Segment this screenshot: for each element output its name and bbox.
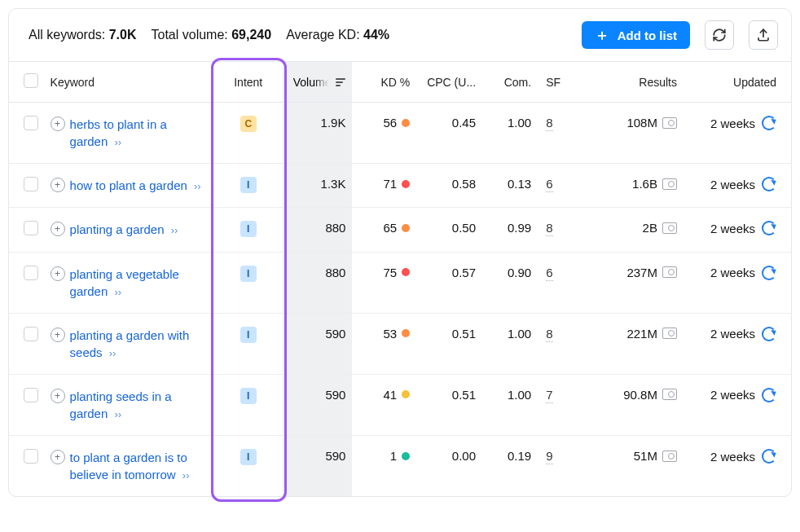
- keyword-link[interactable]: to plant a garden is to believe in tomor…: [70, 449, 208, 483]
- col-header-sf[interactable]: SF: [538, 62, 579, 103]
- volume-value: 590: [283, 436, 352, 497]
- kd-dot-icon: [402, 452, 410, 460]
- sf-value[interactable]: 8: [546, 327, 552, 342]
- sf-value[interactable]: 6: [546, 177, 552, 192]
- serp-icon[interactable]: [662, 266, 677, 278]
- select-all-checkbox[interactable]: [24, 73, 38, 88]
- expand-icon[interactable]: +: [51, 328, 65, 342]
- keyword-link[interactable]: planting a garden with seeds ››: [70, 327, 208, 361]
- keyword-link[interactable]: planting seeds in a garden ››: [70, 388, 208, 422]
- refresh-row-icon[interactable]: [762, 327, 776, 341]
- col-header-kd[interactable]: KD %: [352, 62, 416, 103]
- sf-value[interactable]: 8: [546, 221, 552, 236]
- chevron-right-icon: ››: [114, 408, 121, 420]
- intent-badge: I: [240, 388, 257, 404]
- cpc-value: 0.00: [416, 436, 482, 497]
- serp-icon[interactable]: [662, 222, 677, 234]
- refresh-row-icon[interactable]: [762, 266, 776, 280]
- col-header-cpc[interactable]: CPC (U...: [416, 62, 482, 103]
- expand-icon[interactable]: +: [51, 389, 65, 403]
- kd-dot-icon: [402, 224, 410, 232]
- refresh-row-icon[interactable]: [762, 221, 776, 235]
- col-header-results[interactable]: Results: [579, 62, 684, 103]
- com-value: 1.00: [482, 374, 538, 435]
- expand-icon[interactable]: +: [51, 222, 65, 236]
- kd-value: 65: [358, 221, 410, 235]
- refresh-row-icon[interactable]: [762, 177, 776, 191]
- kd-dot-icon: [402, 268, 410, 276]
- row-checkbox[interactable]: [24, 327, 38, 341]
- serp-icon[interactable]: [662, 328, 677, 339]
- refresh-icon: [712, 28, 727, 42]
- intent-badge: I: [240, 177, 257, 193]
- row-checkbox[interactable]: [24, 116, 38, 130]
- expand-icon[interactable]: +: [51, 117, 65, 131]
- sf-value[interactable]: 7: [546, 388, 552, 403]
- intent-badge: I: [240, 449, 257, 465]
- kd-dot-icon: [402, 390, 410, 398]
- com-value: 0.90: [482, 252, 538, 313]
- export-icon: [756, 28, 771, 42]
- col-header-keyword[interactable]: Keyword: [44, 62, 214, 103]
- expand-icon[interactable]: +: [51, 266, 65, 281]
- serp-icon[interactable]: [662, 389, 677, 400]
- sf-value[interactable]: 6: [546, 266, 552, 281]
- keyword-link[interactable]: herbs to plant in a garden ››: [70, 116, 208, 150]
- row-checkbox[interactable]: [24, 449, 38, 464]
- results-value: 90.8M: [623, 388, 657, 402]
- sort-desc-icon: [336, 78, 345, 86]
- updated-value: 2 weeks: [710, 222, 755, 235]
- chevron-right-icon: ››: [171, 224, 178, 236]
- volume-value: 1.3K: [283, 164, 352, 208]
- keyword-link[interactable]: planting a vegetable garden ››: [70, 266, 208, 300]
- col-header-com[interactable]: Com.: [482, 62, 538, 103]
- table-row: + how to plant a garden ›› I 1.3K 71 0.5…: [9, 164, 791, 208]
- col-header-intent[interactable]: Intent: [213, 62, 283, 103]
- com-value: 1.00: [482, 313, 538, 374]
- results-value: 1.6B: [632, 177, 657, 191]
- export-button[interactable]: [749, 20, 778, 50]
- updated-value: 2 weeks: [710, 388, 755, 402]
- updated-value: 2 weeks: [710, 450, 755, 464]
- keyword-panel: All keywords: 7.0K Total volume: 69,240 …: [8, 8, 792, 497]
- keyword-link[interactable]: planting a garden ››: [70, 221, 178, 238]
- com-value: 0.19: [482, 436, 538, 497]
- sf-value[interactable]: 8: [546, 116, 552, 131]
- serp-icon[interactable]: [662, 451, 677, 462]
- serp-icon[interactable]: [662, 117, 677, 129]
- serp-icon[interactable]: [662, 178, 677, 190]
- expand-icon[interactable]: +: [51, 178, 65, 192]
- kd-value: 53: [358, 327, 410, 341]
- refresh-row-icon[interactable]: [762, 116, 776, 130]
- refresh-row-icon[interactable]: [762, 388, 776, 402]
- intent-badge: I: [240, 266, 257, 282]
- chevron-right-icon: ››: [109, 347, 116, 359]
- cpc-value: 0.51: [416, 313, 482, 374]
- row-checkbox[interactable]: [24, 177, 38, 191]
- expand-icon[interactable]: +: [51, 450, 65, 464]
- add-to-list-button[interactable]: ＋ Add to list: [582, 21, 690, 49]
- col-header-updated[interactable]: Updated: [684, 62, 791, 103]
- cpc-value: 0.58: [416, 164, 482, 208]
- row-checkbox[interactable]: [24, 266, 38, 280]
- com-value: 0.13: [482, 164, 538, 208]
- row-checkbox[interactable]: [24, 388, 38, 402]
- kd-dot-icon: [402, 329, 410, 337]
- col-header-volume[interactable]: Volume: [283, 62, 352, 103]
- cpc-value: 0.50: [416, 208, 482, 252]
- kd-value: 41: [358, 388, 410, 402]
- cpc-value: 0.51: [416, 374, 482, 435]
- volume-value: 1.9K: [283, 103, 352, 164]
- results-value: 237M: [626, 266, 657, 279]
- chevron-right-icon: ››: [194, 180, 201, 192]
- refresh-row-icon[interactable]: [762, 449, 776, 464]
- refresh-all-button[interactable]: [705, 20, 734, 50]
- total-volume-stat: Total volume: 69,240: [152, 28, 272, 42]
- keyword-table: Keyword Intent Volume KD % CPC (U... Com…: [9, 61, 791, 496]
- keyword-link[interactable]: how to plant a garden ››: [70, 177, 201, 194]
- updated-value: 2 weeks: [710, 266, 755, 279]
- row-checkbox[interactable]: [24, 221, 38, 235]
- chevron-right-icon: ››: [114, 136, 121, 148]
- kd-value: 56: [358, 116, 410, 130]
- sf-value[interactable]: 9: [546, 449, 552, 464]
